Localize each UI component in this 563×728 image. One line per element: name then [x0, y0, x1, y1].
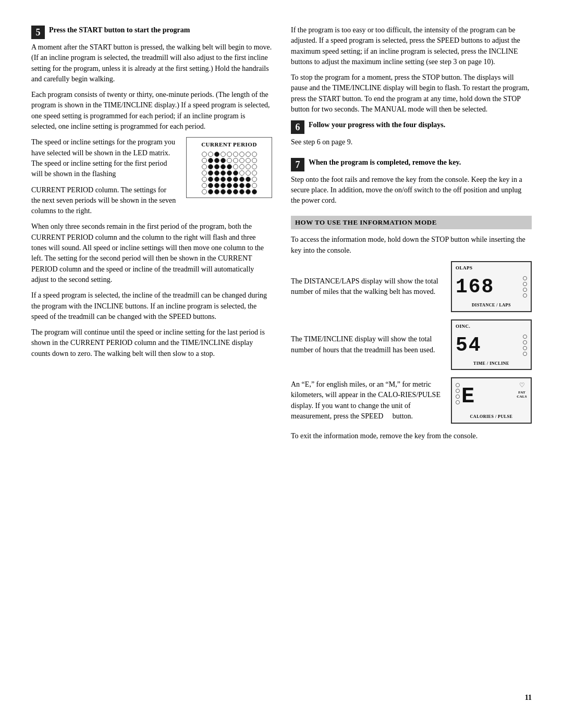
- led-dot: [208, 189, 213, 194]
- led-dot: [239, 158, 244, 163]
- right-para2: To stop the program for a moment, press …: [291, 72, 532, 115]
- display1-row: The DISTANCE/LAPS display will show the …: [291, 261, 532, 312]
- led-dot: [233, 170, 238, 176]
- step5-block: 5 Press the START button to start the pr…: [31, 25, 272, 364]
- display2-icon3: [523, 346, 527, 350]
- led-dot: [227, 152, 232, 157]
- step6-header: 6 Follow your progress with the four dis…: [291, 120, 532, 134]
- led-dot: [252, 189, 257, 194]
- led-dot: [246, 164, 251, 169]
- heart-icon: ♡: [519, 381, 525, 390]
- led-dot: [252, 158, 257, 163]
- display2-row: The TIME/INCLINE display will show the t…: [291, 319, 532, 371]
- led-dot: [252, 170, 257, 176]
- led-dot: [239, 189, 244, 194]
- step7-title: When the program is completed, remove th…: [309, 157, 461, 168]
- led-dot: [221, 189, 226, 194]
- led-dot: [208, 170, 213, 176]
- led-row-3: [202, 164, 257, 169]
- step5-title: Press the START button to start the prog…: [49, 25, 190, 35]
- led-dot: [246, 183, 251, 188]
- led-grid: [191, 152, 267, 194]
- step5-para1: A moment after the START button is press…: [31, 42, 272, 84]
- page: 5 Press the START button to start the pr…: [0, 0, 563, 728]
- led-dot: [227, 177, 232, 182]
- led-dot: [221, 170, 226, 176]
- step5-number: 5: [31, 26, 45, 39]
- step7-header: 7 When the program is completed, remove …: [291, 157, 532, 171]
- led-diagram: CURRENT PERIOD: [186, 137, 272, 198]
- led-dot: [252, 152, 257, 157]
- display3-right: ♡ FAT CALS: [517, 381, 527, 399]
- led-dot: [233, 183, 238, 188]
- display1-label-bottom: DISTANCE / LAPS: [456, 302, 527, 309]
- led-dot: [227, 189, 232, 194]
- led-row-6: [202, 183, 257, 188]
- led-dot: [208, 183, 213, 188]
- led-dot: [252, 183, 257, 188]
- step7-block: 7 When the program is completed, remove …: [291, 157, 532, 206]
- display3-icon1: [456, 383, 460, 387]
- led-dot: [233, 189, 238, 194]
- step5-content: A moment after the START button is press…: [31, 42, 272, 364]
- right-para1: If the program is too easy or too diffic…: [291, 25, 532, 67]
- display3-icon2: [456, 389, 460, 393]
- display1-icon1: [523, 276, 527, 280]
- led-dot: [202, 177, 207, 182]
- led-dot: [202, 170, 207, 176]
- led-dot: [214, 189, 219, 194]
- step7-number: 7: [291, 158, 304, 171]
- display1-label-top: OLAPS: [456, 265, 473, 272]
- led-dot: [246, 158, 251, 163]
- info-section-header: HOW TO USE THE INFORMATION MODE: [291, 216, 532, 230]
- display1-desc: The DISTANCE/LAPS display will show the …: [291, 276, 442, 298]
- right-column: If the program is too easy or too diffic…: [291, 25, 532, 680]
- led-dot: [214, 183, 219, 188]
- led-dot: [233, 158, 238, 163]
- display1-right-icons: [523, 276, 527, 298]
- display1-number: 168: [456, 273, 494, 301]
- display2-label-top: OINC.: [456, 323, 470, 330]
- led-dot: [221, 177, 226, 182]
- led-dot: [246, 170, 251, 176]
- step6-text: See step 6 on page 9.: [291, 137, 532, 147]
- led-dot: [208, 177, 213, 182]
- led-dot: [239, 170, 244, 176]
- led-dot: [221, 158, 226, 163]
- led-row-4: [202, 170, 257, 176]
- led-dot: [202, 164, 207, 169]
- info-intro: To access the information mode, hold dow…: [291, 235, 532, 256]
- display1-icon4: [523, 293, 527, 298]
- led-dot: [214, 158, 219, 163]
- led-dot: [227, 158, 232, 163]
- led-dot: [208, 152, 213, 157]
- display2-number: 54: [456, 331, 482, 360]
- led-dot: [214, 164, 219, 169]
- led-dot: [202, 158, 207, 163]
- led-dot: [252, 177, 257, 182]
- info-exit-text: To exit the information mode, remove the…: [291, 431, 532, 441]
- led-dot: [214, 170, 219, 176]
- display1-icon3: [523, 288, 527, 292]
- step7-text: Step onto the foot rails and remove the …: [291, 175, 532, 206]
- step6-number: 6: [291, 120, 304, 134]
- display1-inner: OLAPS 168 DISTANCE / LAPS: [456, 265, 527, 309]
- led-dot: [252, 164, 257, 169]
- step6-title: Follow your progress with the four displ…: [309, 120, 445, 130]
- display3-letter: E: [461, 381, 515, 413]
- display2-icon2: [523, 340, 527, 344]
- display3-icon3: [456, 394, 460, 399]
- led-dot: [202, 183, 207, 188]
- display2-label-bottom: TIME / INCLINE: [456, 361, 527, 367]
- display3-desc: An “E,” for english miles, or an “M,” fo…: [291, 379, 442, 422]
- led-dot: [208, 158, 213, 163]
- led-dot: [239, 177, 244, 182]
- step5-header: 5 Press the START button to start the pr…: [31, 25, 272, 39]
- led-row-5: [202, 177, 257, 182]
- page-number: 11: [31, 693, 532, 703]
- led-dot: [233, 152, 238, 157]
- display3-left-icons: [456, 383, 460, 404]
- led-dot: [227, 183, 232, 188]
- step5-para2: Each program consists of twenty or thirt…: [31, 90, 272, 132]
- display2-icon1: [523, 335, 527, 339]
